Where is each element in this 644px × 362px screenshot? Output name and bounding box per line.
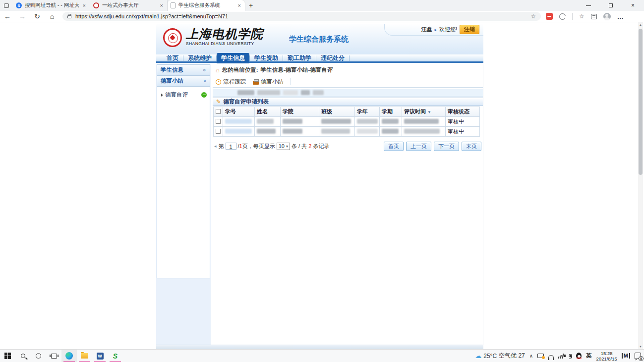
address-bar[interactable]: https://xsfw.sdju.edu.cn/xgxt/main1.jsp?… xyxy=(62,12,541,21)
cortana-icon xyxy=(36,353,41,359)
page-scrollbar[interactable]: ▲ ▼ xyxy=(638,22,643,349)
table-row[interactable]: 审核中 xyxy=(214,117,480,127)
forward-button[interactable]: → xyxy=(15,12,30,20)
col-audit-status[interactable]: 审核状态 xyxy=(446,107,480,117)
col-academic-year[interactable]: 学年 xyxy=(355,107,380,117)
tab-process-tracking[interactable]: 流程跟踪 xyxy=(216,78,246,86)
page-size-select[interactable]: 10 ▾ xyxy=(277,143,290,150)
row-checkbox[interactable] xyxy=(216,129,221,134)
tray-volume-icon[interactable] xyxy=(569,354,572,358)
scroll-up-arrow[interactable]: ▲ xyxy=(638,23,643,26)
back-button[interactable]: ← xyxy=(0,12,15,20)
table-row[interactable]: 审核中 xyxy=(214,127,480,137)
redacted-value xyxy=(313,90,324,95)
collapse-left-icon[interactable]: ◂ xyxy=(214,144,217,149)
url-text[interactable]: https://xsfw.sdju.edu.cn/xgxt/main1.jsp?… xyxy=(75,13,527,19)
pager-records-suffix: 条记录 xyxy=(313,143,329,150)
sidebar-section-moral-summary[interactable]: 德育小结 » xyxy=(157,76,210,87)
taskbar-word-button[interactable]: W xyxy=(92,350,108,362)
new-tab-button[interactable]: + xyxy=(245,0,257,11)
extension-circle-icon[interactable] xyxy=(559,13,566,20)
tray-monitor-icon[interactable] xyxy=(537,354,544,358)
taskbar-clock[interactable]: 15:28 2021/8/15 xyxy=(596,351,617,362)
cell-name xyxy=(255,127,281,137)
nav-item-discipline[interactable]: 违纪处分 xyxy=(316,53,349,63)
tray-network-icon[interactable] xyxy=(558,354,564,359)
task-view-icon xyxy=(51,354,57,359)
tab-actions-button[interactable] xyxy=(0,0,13,11)
sidebar-item-moral-self-evaluation[interactable]: 德育自评 xyxy=(161,91,207,99)
tab-close-icon[interactable]: × xyxy=(82,2,87,8)
university-name-block: 上海电机学院 SHANGHAI DIANJI UNIVERSITY xyxy=(186,28,263,46)
nav-item-system-maintenance[interactable]: 系统维护 xyxy=(183,53,216,63)
taskbar-edge-button[interactable] xyxy=(61,350,77,362)
close-button[interactable]: × xyxy=(622,0,644,11)
last-page-button[interactable]: 末页 xyxy=(462,142,481,151)
home-button[interactable]: ⌂ xyxy=(45,12,59,20)
weather-widget[interactable]: ☁ 25°C 空气优 27 xyxy=(475,352,525,360)
first-page-button[interactable]: 首页 xyxy=(384,142,404,151)
next-page-button[interactable]: 下一页 xyxy=(434,142,459,151)
tab-moral-summary[interactable]: 德育小结 xyxy=(253,78,284,86)
folder-icon xyxy=(81,353,88,359)
tray-qq-icon[interactable] xyxy=(576,353,582,359)
scrollbar-thumb[interactable] xyxy=(639,29,643,175)
add-favorite-star-icon[interactable]: ☆ xyxy=(530,13,536,20)
refresh-button[interactable]: ↻ xyxy=(30,12,45,20)
scroll-down-arrow[interactable]: ▼ xyxy=(638,345,643,348)
nav-item-home[interactable]: 首页 xyxy=(162,53,183,63)
col-college[interactable]: 学院 xyxy=(281,107,319,117)
taskbar-explorer-button[interactable] xyxy=(77,350,92,362)
breadcrumb: ⌂ 您的当前位置: 学生信息-德育小结-德育自评 xyxy=(213,64,483,76)
browser-tab-2[interactable]: 一站式办事大厅 × xyxy=(90,0,168,11)
tab-close-icon[interactable]: × xyxy=(237,2,242,8)
minimize-button[interactable] xyxy=(577,0,599,11)
collections-icon[interactable] xyxy=(591,14,597,19)
cortana-button[interactable] xyxy=(31,350,46,362)
maxhub-icon[interactable]: M xyxy=(622,353,630,359)
col-semester[interactable]: 学期 xyxy=(380,107,402,117)
more-menu-icon[interactable]: … xyxy=(617,13,624,20)
tab-close-icon[interactable]: × xyxy=(159,2,164,8)
nav-item-work-study[interactable]: 勤工助学 xyxy=(283,53,316,63)
favorites-bar-icon[interactable]: ☆ xyxy=(579,13,585,20)
main-content: ⌂ 您的当前位置: 学生信息-德育小结-德育自评 流程跟踪 德育小结 xyxy=(213,64,483,345)
start-button[interactable] xyxy=(0,350,15,362)
item-arrow-icon xyxy=(161,94,163,97)
browser-tab-3-active[interactable]: 学生综合服务系统 × xyxy=(168,0,245,11)
tray-expand-icon[interactable]: ∧ xyxy=(529,353,533,359)
extension-red-icon[interactable] xyxy=(546,13,553,20)
sidebar-section-student-info[interactable]: 学生信息 » xyxy=(157,65,210,76)
browser-tab-1[interactable]: S 搜狗网址导航 - - 网址大全,实用 × xyxy=(13,0,90,11)
chevron-down-icon: » xyxy=(202,69,208,72)
content-tabs: 流程跟踪 德育小结 xyxy=(213,76,483,88)
logout-button[interactable]: 注销 xyxy=(460,25,479,34)
col-class[interactable]: 班级 xyxy=(319,107,355,117)
restore-button[interactable] xyxy=(599,0,622,11)
action-center-button[interactable]: 5 xyxy=(635,353,641,359)
page-number-input[interactable]: 1 xyxy=(226,143,236,150)
col-name[interactable]: 姓名 xyxy=(255,107,281,117)
col-student-id[interactable]: 学号 xyxy=(223,107,255,117)
nav-item-student-aid[interactable]: 学生资助 xyxy=(250,53,283,63)
input-method-indicator[interactable]: 英 xyxy=(586,352,592,360)
col-review-time[interactable]: 评议时间 ▼ xyxy=(402,107,446,117)
nav-item-student-info-active[interactable]: 学生信息 xyxy=(217,53,249,63)
add-icon[interactable] xyxy=(201,92,207,98)
prev-page-button[interactable]: 上一页 xyxy=(406,142,431,151)
notification-badge: 5 xyxy=(639,356,644,361)
cell-semester xyxy=(380,117,402,127)
taskbar-search-button[interactable] xyxy=(15,350,31,362)
tray-headset-icon[interactable] xyxy=(548,355,554,359)
row-checkbox[interactable] xyxy=(216,119,221,124)
restore-icon xyxy=(609,3,613,7)
redacted-value xyxy=(257,119,274,124)
task-view-button[interactable] xyxy=(46,350,61,362)
weather-temp: 25°C xyxy=(483,353,497,360)
profile-avatar[interactable] xyxy=(603,13,611,20)
taskbar-wps-button[interactable]: S xyxy=(108,350,123,362)
pagination-bar: ◂ 第 1 /1 页，每页显示 10 ▾ 条 / 共 2 条记录 首页 上一页 … xyxy=(213,141,483,151)
edge-icon xyxy=(65,352,73,360)
printer-icon xyxy=(253,81,259,85)
select-all-checkbox[interactable] xyxy=(216,109,221,114)
